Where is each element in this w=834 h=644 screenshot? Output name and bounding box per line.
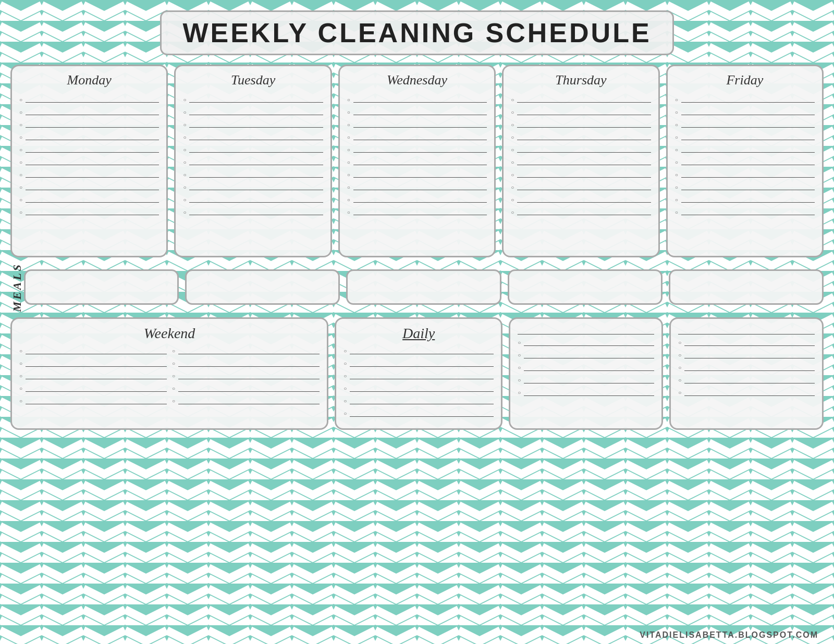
task-line-blank — [524, 389, 654, 396]
bullet: ○ — [19, 398, 22, 404]
task-line-blank — [189, 183, 323, 190]
bullet: ○ — [183, 122, 186, 128]
bullet: ○ — [347, 197, 350, 203]
task-line-blank — [517, 108, 651, 115]
bullet: ○ — [511, 159, 514, 165]
task-line: ○ — [19, 397, 167, 404]
bullet: ○ — [518, 390, 521, 395]
task-line: ○ — [675, 95, 815, 103]
task-line-blank — [684, 364, 815, 371]
task-line: ○ — [518, 339, 654, 346]
task-line: ○ — [511, 183, 651, 190]
task-line: ○ — [19, 183, 159, 190]
bullet: ○ — [675, 209, 678, 215]
extra-card-2: ○ ○ ○ ○ ○ — [669, 317, 824, 430]
thursday-tasks: ○ ○ ○ ○ ○ ○ ○ ○ ○ ○ — [511, 95, 651, 215]
bullet: ○ — [183, 134, 186, 140]
task-line-blank — [353, 95, 487, 103]
bullet: ○ — [183, 159, 186, 165]
task-line: ○ — [347, 133, 487, 140]
task-line-blank — [26, 108, 159, 115]
task-line: ○ — [518, 389, 654, 396]
task-line-blank — [178, 347, 320, 354]
task-line-blank — [517, 158, 651, 165]
task-line: ○ — [675, 183, 815, 190]
task-line-blank — [353, 145, 487, 153]
task-line-blank — [681, 195, 815, 203]
task-line-blank — [517, 183, 651, 190]
task-line: ○ — [183, 195, 323, 203]
task-line-blank — [189, 145, 323, 153]
bullet: ○ — [344, 411, 347, 416]
task-line-blank — [178, 397, 320, 404]
task-line-blank — [681, 183, 815, 190]
task-line: ○ — [172, 372, 320, 379]
task-line: ○ — [19, 385, 167, 392]
task-line-blank — [350, 385, 494, 392]
bullet: ○ — [675, 197, 678, 203]
friday-title: Friday — [675, 72, 815, 88]
task-line-blank — [517, 195, 651, 203]
weekend-tasks-right: ○ ○ ○ ○ ○ — [172, 347, 320, 404]
bullet: ○ — [675, 184, 678, 190]
task-line-blank — [681, 108, 815, 115]
bullet: ○ — [347, 134, 350, 140]
bullet: ○ — [344, 361, 347, 366]
extra-card-header-2 — [678, 325, 815, 335]
bullet: ○ — [347, 184, 350, 190]
bullet: ○ — [183, 109, 186, 115]
extra-card-header-1 — [518, 325, 654, 335]
task-line-blank — [26, 170, 159, 178]
bullet: ○ — [19, 197, 22, 203]
meals-label: MEALS — [10, 263, 24, 312]
meal-card-2 — [185, 269, 340, 305]
task-line: ○ — [347, 170, 487, 178]
bullet: ○ — [675, 159, 678, 165]
task-line: ○ — [19, 372, 167, 379]
weekend-tasks-left: ○ ○ ○ ○ ○ — [19, 347, 167, 404]
task-line: ○ — [19, 95, 159, 103]
task-line: ○ — [344, 360, 494, 367]
bullet: ○ — [518, 340, 521, 345]
weekend-cols: ○ ○ ○ ○ ○ ○ ○ ○ ○ ○ — [19, 347, 320, 410]
task-line: ○ — [678, 339, 815, 346]
task-line-blank — [681, 120, 815, 128]
bullet: ○ — [511, 184, 514, 190]
task-line-blank — [353, 133, 487, 140]
bullet: ○ — [19, 109, 22, 115]
bullet: ○ — [511, 147, 514, 153]
task-line: ○ — [511, 208, 651, 215]
task-line: ○ — [19, 347, 167, 354]
bullet: ○ — [19, 97, 22, 103]
bullet: ○ — [675, 172, 678, 178]
meal-card-5 — [669, 269, 824, 305]
task-line: ○ — [511, 95, 651, 103]
bullet: ○ — [511, 109, 514, 115]
daily-card: Daily ○ ○ ○ ○ ○ ○ — [335, 317, 502, 430]
bullet: ○ — [19, 361, 22, 366]
task-line-blank — [26, 183, 159, 190]
task-line-blank — [350, 372, 494, 379]
task-line-blank — [26, 397, 167, 404]
wednesday-title: Wednesday — [347, 72, 487, 88]
task-line-blank — [524, 376, 654, 383]
bullet: ○ — [347, 209, 350, 215]
meal-card-1 — [24, 269, 179, 305]
bullet: ○ — [511, 209, 514, 215]
task-line: ○ — [19, 170, 159, 178]
task-line: ○ — [344, 347, 494, 354]
task-line-blank — [26, 133, 159, 140]
task-line-blank — [517, 145, 651, 153]
task-line-blank — [517, 120, 651, 128]
thursday-title: Thursday — [511, 72, 651, 88]
task-line: ○ — [172, 360, 320, 367]
task-line: ○ — [511, 158, 651, 165]
task-line: ○ — [347, 208, 487, 215]
task-line: ○ — [511, 133, 651, 140]
bullet: ○ — [347, 122, 350, 128]
task-line: ○ — [347, 95, 487, 103]
task-line-blank — [681, 170, 815, 178]
bullet: ○ — [19, 184, 22, 190]
task-line-blank — [26, 385, 167, 392]
tuesday-card: Tuesday ○ ○ ○ ○ ○ ○ ○ ○ ○ ○ — [174, 65, 332, 257]
